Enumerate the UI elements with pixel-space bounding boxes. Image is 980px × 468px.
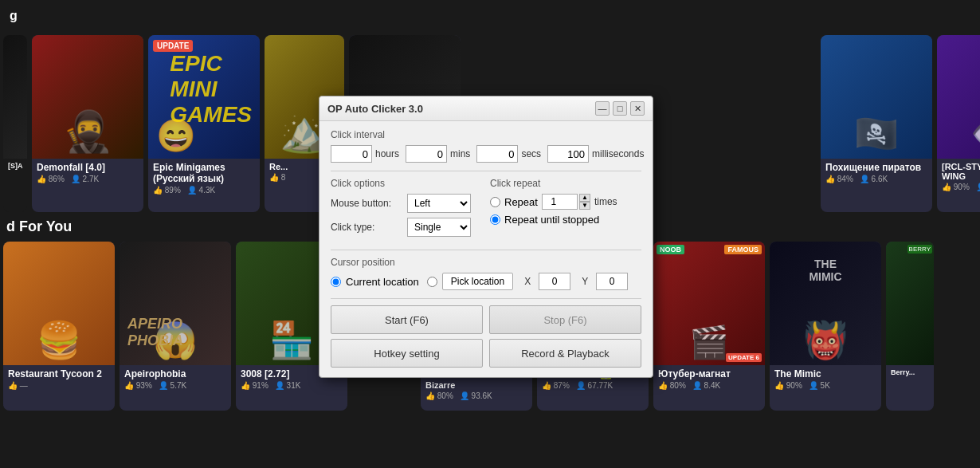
game-card-rcl[interactable]: 👁️ [RCL-STYLE CLIPPED WING 👍 90% 👤 2K bbox=[937, 35, 980, 212]
times-label: times bbox=[594, 196, 617, 207]
options-repeat-row: Click options Mouse button: Left Middle … bbox=[331, 178, 641, 242]
pick-location-group: Pick location bbox=[427, 273, 513, 290]
game-card-ytube[interactable]: NOOB FAMOUS 🎬 UPDATE 6 Ютубер-магнат 👍 8… bbox=[653, 242, 765, 411]
cursor-row: Current location Pick location X Y bbox=[331, 273, 641, 290]
game-card-apeiro[interactable]: 😱 APEIROPHOBIA Apeirophobia 👍 93% 👤 5.7K bbox=[120, 242, 231, 411]
game-card-restaurant[interactable]: 🍔 Restaurant Tycoon 2 👍 — bbox=[3, 242, 115, 411]
click-interval-row: hours mins secs milliseconds bbox=[331, 145, 641, 163]
y-coord-input[interactable] bbox=[596, 273, 628, 290]
repeat-until-radio[interactable] bbox=[490, 214, 500, 225]
game-card-demonfall[interactable]: 🥷 Demonfall [4.0] 👍 86% 👤 2.7K bbox=[32, 35, 143, 212]
pick-location-button[interactable]: Pick location bbox=[442, 273, 513, 290]
game-card-berry[interactable]: BERRY Berry... bbox=[886, 242, 934, 411]
mins-label: mins bbox=[450, 148, 470, 159]
secs-input[interactable] bbox=[476, 145, 518, 163]
repeat-spinner: ▲ ▼ bbox=[542, 194, 590, 210]
record-button[interactable]: Record & Playback bbox=[489, 339, 641, 368]
click-repeat-label: Click repeat bbox=[490, 178, 641, 189]
stop-button[interactable]: Stop (F6) bbox=[489, 305, 641, 334]
game-card-unknown-left[interactable]: [S]A bbox=[3, 35, 27, 212]
repeat-until-label: Repeat until stopped bbox=[504, 214, 599, 226]
hotkey-button[interactable]: Hotkey setting bbox=[331, 339, 483, 368]
game-card-piracy[interactable]: 🏴‍☠️ Похищение пиратов 👍 84% 👤 6.6K bbox=[821, 35, 932, 212]
game-card-epicmini[interactable]: UPDATE 😄 EPICMINIGAMES Epic Minigames (Р… bbox=[148, 35, 260, 212]
dialog-titlebar[interactable]: OP Auto Clicker 3.0 — □ ✕ bbox=[319, 96, 653, 121]
click-interval-label: Click interval bbox=[331, 129, 641, 140]
auto-clicker-dialog: OP Auto Clicker 3.0 — □ ✕ Click interval… bbox=[319, 96, 653, 378]
current-location-group: Current location bbox=[331, 276, 419, 288]
click-type-label: Click type: bbox=[331, 222, 402, 233]
y-label: Y bbox=[582, 276, 588, 287]
update-badge: UPDATE bbox=[153, 40, 193, 52]
click-options-label: Click options bbox=[331, 178, 482, 189]
x-label: X bbox=[524, 276, 531, 287]
click-type-row: Click type: Single Double bbox=[331, 218, 482, 237]
repeat-count-input[interactable] bbox=[542, 194, 578, 210]
cursor-position-label: Cursor position bbox=[331, 257, 641, 268]
repeat-radio[interactable] bbox=[490, 197, 500, 207]
mouse-button-select[interactable]: Left Middle Right bbox=[407, 194, 471, 213]
repeat-radio-row: Repeat ▲ ▼ times bbox=[490, 194, 641, 210]
current-location-radio[interactable] bbox=[331, 277, 341, 287]
current-location-label: Current location bbox=[346, 276, 419, 288]
close-button[interactable]: ✕ bbox=[630, 101, 645, 116]
repeat-until-row: Repeat until stopped bbox=[490, 214, 641, 226]
action-buttons-row1: Start (F6) Stop (F6) bbox=[331, 305, 641, 334]
click-repeat-col: Click repeat Repeat ▲ ▼ times Re bbox=[490, 178, 641, 242]
mouse-button-label: Mouse button: bbox=[331, 198, 402, 209]
secs-label: secs bbox=[521, 148, 541, 159]
dialog-title: OP Auto Clicker 3.0 bbox=[327, 103, 423, 115]
action-buttons-row2: Hotkey setting Record & Playback bbox=[331, 339, 641, 368]
spinner-down[interactable]: ▼ bbox=[579, 202, 590, 210]
maximize-button[interactable]: □ bbox=[613, 101, 627, 116]
repeat-label: Repeat bbox=[504, 196, 538, 208]
top-bar: g bbox=[0, 0, 980, 32]
top-bar-text: g bbox=[10, 9, 18, 23]
x-coord-input[interactable] bbox=[539, 273, 570, 290]
dialog-body: Click interval hours mins secs milliseco… bbox=[319, 121, 653, 377]
titlebar-controls: — □ ✕ bbox=[595, 101, 645, 116]
game-card-mimic[interactable]: 👹 THEMIMIC The Mimic 👍 90% 👤 5K bbox=[770, 242, 881, 411]
minimize-button[interactable]: — bbox=[595, 101, 610, 116]
spinner-up[interactable]: ▲ bbox=[579, 194, 590, 202]
ms-label: milliseconds bbox=[592, 148, 644, 159]
start-button[interactable]: Start (F6) bbox=[331, 305, 483, 334]
click-options-col: Click options Mouse button: Left Middle … bbox=[331, 178, 482, 242]
hours-label: hours bbox=[375, 148, 399, 159]
mins-input[interactable] bbox=[406, 145, 447, 163]
pick-location-radio[interactable] bbox=[427, 277, 437, 287]
hours-input[interactable] bbox=[331, 145, 372, 163]
click-type-select[interactable]: Single Double bbox=[407, 218, 471, 237]
mouse-button-row: Mouse button: Left Middle Right bbox=[331, 194, 482, 213]
ms-input[interactable] bbox=[547, 145, 589, 163]
